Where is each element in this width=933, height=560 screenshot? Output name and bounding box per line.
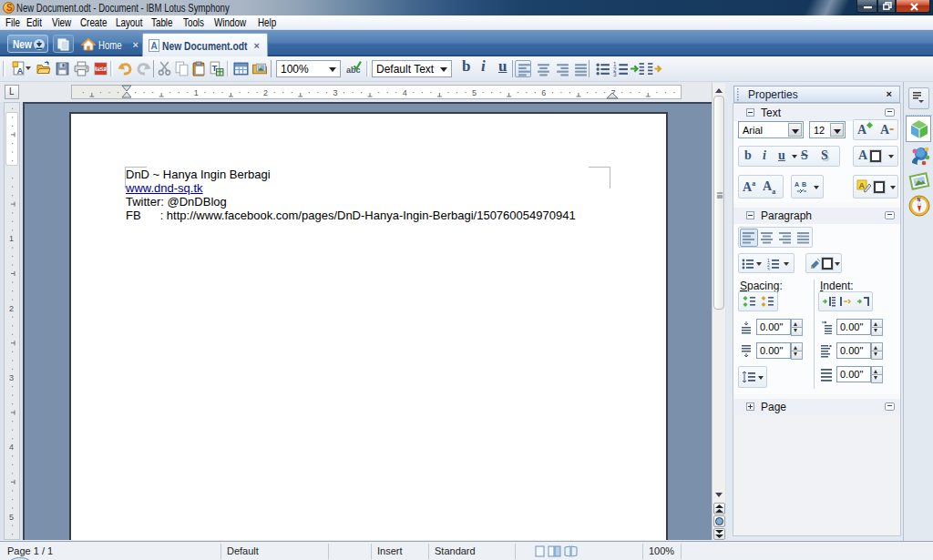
svg-text:5: 5 [472,88,477,97]
svg-text:5: 5 [9,513,14,522]
svg-text:A: A [16,66,23,76]
svg-text:3: 3 [9,373,14,382]
svg-text:B: B [802,181,806,188]
svg-text:6: 6 [541,88,546,97]
svg-text:A: A [151,41,158,51]
svg-text:A: A [795,181,799,188]
svg-text:1: 1 [9,234,14,243]
svg-text:A: A [859,181,866,190]
svg-text:PDF: PDF [96,66,106,71]
svg-text:2: 2 [9,304,14,313]
svg-text:1: 1 [194,88,199,97]
svg-text:3: 3 [767,267,770,270]
svg-text:3: 3 [613,71,617,76]
svg-text:4: 4 [9,443,14,452]
svg-text:4: 4 [403,88,407,97]
svg-text:3: 3 [333,88,337,97]
svg-text:N: N [918,197,921,202]
svg-text:2: 2 [263,88,268,97]
